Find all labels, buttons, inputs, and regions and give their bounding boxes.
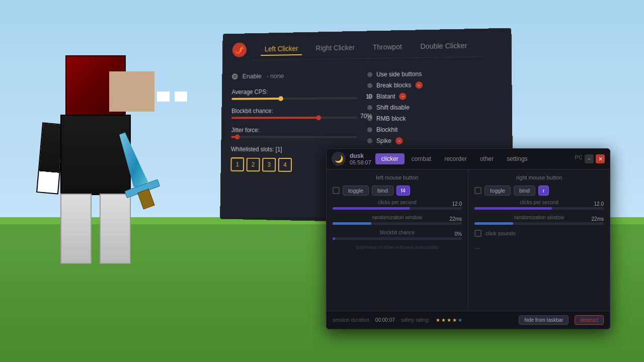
right-cps-slider: 12.0	[474, 207, 604, 210]
left-cps-label: clicks per second	[333, 200, 462, 205]
front-panel: 🌙 dusk 05:58:07 clicker combat recorder …	[326, 148, 610, 329]
avg-cps-track[interactable]: 10	[231, 97, 357, 100]
left-mouse-controls: toggle bind f4	[333, 186, 462, 196]
left-blockhit-label: blockbit chance	[333, 230, 462, 235]
left-rand-slider: 22ms	[333, 222, 462, 225]
right-key-button[interactable]: r	[538, 186, 549, 196]
option-label: Use side buttons	[376, 70, 422, 78]
jitter-track[interactable]	[231, 136, 357, 138]
slot-1[interactable]: 1	[230, 157, 244, 171]
option-break-blocks: Break blocks −	[367, 81, 501, 89]
dusk-info: dusk 05:58:07	[350, 152, 371, 165]
option-list: Use side buttons Break blocks − Blatant …	[367, 69, 502, 156]
char-face	[109, 71, 154, 112]
left-mouse-section: left mouse button toggle bind f4 clicks …	[327, 169, 468, 309]
minecraft-character	[30, 55, 171, 307]
tab-double-clicker[interactable]: Double Clicker	[416, 39, 471, 53]
dusk-time: 05:58:07	[350, 159, 371, 165]
right-rand-label: randomization window	[474, 215, 604, 220]
left-toggle-button[interactable]: toggle	[343, 186, 369, 196]
option-label: Spike	[376, 137, 391, 144]
option-rmb-block: RMB block	[367, 115, 501, 122]
left-rand-label: randomization window	[333, 215, 462, 220]
left-blockhit-slider: 0%	[333, 237, 462, 240]
option-label: Shift disable	[376, 104, 410, 111]
dots-button[interactable]: ...	[474, 242, 480, 250]
left-blockhit-value: 0%	[455, 231, 462, 237]
blockhit-track[interactable]: 70%	[231, 117, 357, 119]
slot-4[interactable]: 4	[278, 158, 292, 172]
avg-cps-label: Average CPS:	[232, 87, 358, 96]
option-badge: −	[395, 137, 403, 144]
nav-settings[interactable]: settings	[501, 153, 533, 164]
blockhit-thumb[interactable]	[316, 115, 321, 120]
back-panel-logo: 🌶️	[232, 42, 247, 57]
left-brightness-text: brightness of slider indicates detectabi…	[333, 245, 462, 250]
left-blockhit-track[interactable]	[333, 237, 462, 240]
star-5: ★	[458, 317, 462, 323]
sword-handle	[137, 189, 155, 209]
right-toggle-button[interactable]: toggle	[485, 186, 511, 196]
star-1: ★	[436, 317, 440, 323]
avg-cps-thumb[interactable]	[279, 96, 284, 101]
right-cps-track[interactable]	[474, 207, 604, 210]
moon-icon: 🌙	[335, 155, 343, 163]
left-rand-fill	[333, 222, 371, 225]
click-sounds-row: click sounds	[474, 230, 604, 237]
back-panel-header: 🌶️ Left Clicker Right Clicker Throwpot D…	[223, 29, 511, 66]
slot-2[interactable]: 2	[247, 158, 260, 172]
tab-throwpot[interactable]: Throwpot	[369, 41, 406, 54]
session-label: session duration	[333, 317, 369, 323]
right-mouse-section: right mouse button toggle bind r clicks …	[468, 169, 610, 309]
nav-recorder[interactable]: recorder	[438, 153, 473, 164]
right-rand-value: 22ms	[592, 216, 604, 222]
right-rand-fill	[474, 222, 513, 225]
left-blockhit-fill	[333, 237, 335, 240]
left-bind-button[interactable]: bind	[372, 186, 393, 196]
front-panel-controls: PC − ✕	[573, 154, 605, 163]
left-cps-value: 12.0	[452, 201, 462, 207]
bottom-bar: session duration 00:00:07 safety rating:…	[327, 311, 610, 329]
jitter-row: Jitter force:	[231, 127, 357, 138]
tab-left-clicker[interactable]: Left Clicker	[261, 43, 302, 56]
option-label: Blatant	[376, 93, 395, 100]
enable-toggle[interactable]	[232, 73, 237, 79]
option-dot[interactable]	[367, 138, 372, 143]
hide-taskbar-button[interactable]: hide from taskbar	[519, 315, 569, 325]
left-mouse-title: left mouse button	[333, 174, 462, 180]
right-rand-slider: 22ms	[474, 222, 604, 225]
left-rand-value: 22ms	[450, 216, 462, 222]
jitter-thumb[interactable]	[235, 135, 240, 140]
left-key-button[interactable]: f4	[396, 186, 410, 196]
click-sounds-checkbox[interactable]	[474, 230, 481, 237]
right-cps-value: 12.0	[594, 201, 604, 207]
right-rand-track[interactable]	[474, 222, 604, 225]
minimize-button[interactable]: −	[585, 154, 594, 163]
option-dot[interactable]	[367, 105, 372, 110]
enable-row: Enable - none	[232, 71, 357, 80]
tab-right-clicker[interactable]: Right Clicker	[312, 41, 359, 55]
left-enable-checkbox[interactable]	[333, 187, 340, 194]
option-label: RMB block	[376, 115, 406, 122]
blockhit-label: Blockbit chance:	[231, 107, 357, 115]
right-enable-checkbox[interactable]	[474, 187, 481, 194]
left-cps-slider: 12.0	[333, 207, 462, 210]
left-rand-track[interactable]	[333, 222, 462, 225]
avg-cps-value: 10	[366, 93, 372, 100]
right-cps-label: clicks per second	[474, 200, 604, 205]
avg-cps-fill	[231, 98, 281, 100]
close-button[interactable]: ✕	[596, 154, 605, 163]
right-cps-fill	[474, 207, 552, 210]
nav-combat[interactable]: combat	[406, 153, 437, 164]
slot-3[interactable]: 3	[262, 158, 276, 172]
destruct-button[interactable]: destruct	[575, 315, 604, 325]
left-cps-track[interactable]	[333, 207, 462, 210]
option-dot[interactable]	[367, 127, 372, 132]
nav-clicker[interactable]: clicker	[375, 153, 405, 164]
option-use-side-buttons: Use side buttons	[367, 69, 501, 78]
option-dot[interactable]	[367, 83, 372, 88]
option-dot[interactable]	[367, 72, 372, 77]
right-bind-button[interactable]: bind	[514, 186, 535, 196]
nav-other[interactable]: other	[474, 153, 500, 164]
char-eye-right	[175, 92, 187, 102]
